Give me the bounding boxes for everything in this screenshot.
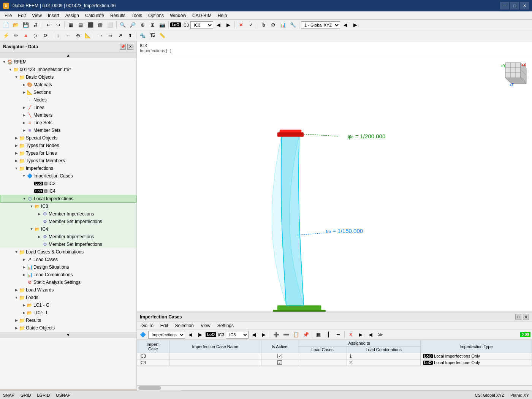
types-members-arrow[interactable]: ▶ (14, 158, 19, 163)
menu-calculate[interactable]: Calculate (82, 12, 107, 19)
bp-pin-button[interactable]: □ (515, 314, 521, 320)
types-nodes-arrow[interactable]: ▶ (14, 143, 19, 148)
bp-tb-paste[interactable]: 📌 (301, 331, 310, 339)
td-ic3-active[interactable] (261, 353, 298, 359)
tree-ic3-sub[interactable]: ▼ 📂 IC3 (0, 203, 136, 210)
menu-results[interactable]: Results (107, 12, 128, 19)
member-set-imp-2-arrow[interactable]: ▶ (36, 242, 42, 247)
imperfections-arrow[interactable]: ▼ (14, 166, 19, 171)
lc1-arrow[interactable]: ▶ (21, 302, 27, 308)
sections-arrow[interactable]: ▶ (21, 90, 27, 95)
nav-scroll-down[interactable]: ▼ (0, 332, 136, 338)
tree-materials[interactable]: ▶ 🎨 Materials (0, 81, 136, 89)
tree-types-members[interactable]: ▶ 📁 Types for Members (0, 157, 136, 165)
tree-ic4-case[interactable]: ▶ LoO ▪ IC4 (0, 187, 136, 195)
tb-zoomfit[interactable]: ⊕ (138, 21, 147, 29)
bp-tb-grid[interactable]: ▦ (314, 331, 323, 339)
bp-tb-row[interactable]: ━ (334, 331, 343, 339)
tree-load-cases[interactable]: ▶ ↗ Load Cases (0, 256, 136, 263)
bp-next-btn[interactable]: ▶ (196, 331, 205, 339)
bp-menu-view[interactable]: View (198, 322, 214, 329)
tree-sections[interactable]: ▶ 📐 Sections (0, 89, 136, 96)
bp-close-button[interactable]: ✕ (523, 314, 529, 320)
tb-c1[interactable]: 🖱 (259, 21, 268, 29)
tb2-16[interactable]: 📏 (158, 32, 167, 40)
tree-lc1[interactable]: ▶ 📂 LC1 - G (0, 301, 136, 309)
bp-ic3-dropdown[interactable]: IC3 (226, 331, 249, 339)
tree-member-set-imp-1[interactable]: ▶ ⚙ Member Set Imperfections (0, 218, 136, 225)
ic4-case-arrow[interactable]: ▶ (29, 188, 34, 194)
basic-objects-arrow[interactable]: ▼ (14, 74, 19, 80)
nodes-arrow[interactable]: ▶ (21, 97, 27, 103)
guide-objects-arrow[interactable]: ▶ (14, 325, 19, 331)
tree-types-nodes[interactable]: ▶ 📁 Types for Nodes (0, 142, 136, 149)
tree-design-situations[interactable]: ▶ 📊 Design Situations (0, 263, 136, 271)
load-wizards-arrow[interactable]: ▶ (14, 287, 19, 293)
tree-project[interactable]: ▼ 📁 001423_Imperfektion.rf6* (0, 66, 136, 73)
load-cases-comb-arrow[interactable]: ▼ (14, 249, 19, 255)
members-arrow[interactable]: ▶ (21, 112, 27, 118)
tree-load-combinations[interactable]: ▶ 📊 Load Combinations (0, 271, 136, 279)
titlebar-controls[interactable]: ─ □ ✕ (500, 2, 529, 10)
bp-ic3-prev[interactable]: ◀ (249, 331, 258, 339)
member-sets-arrow[interactable]: ▶ (21, 128, 27, 133)
menu-view[interactable]: View (29, 12, 45, 19)
bp-menu-goto[interactable]: Go To (138, 322, 157, 329)
ic4-checkbox[interactable] (277, 360, 282, 365)
menu-options[interactable]: Options (145, 12, 167, 19)
tb-ic3-dropdown[interactable]: IC3 (190, 21, 213, 29)
tb-new[interactable]: 📄 (2, 21, 11, 29)
menu-assign[interactable]: Assign (62, 12, 82, 19)
bp-tb-col[interactable]: ┃ (324, 331, 333, 339)
lc2-arrow[interactable]: ▶ (21, 310, 27, 315)
tb-del[interactable]: ✕ (236, 21, 245, 29)
member-imp-2-arrow[interactable]: ▶ (36, 234, 42, 239)
table-row[interactable]: IC4 2 LoO Local Imperfections Only (137, 359, 532, 366)
bp-imperfections-dropdown[interactable]: Imperfections (148, 331, 185, 339)
nav-header-controls[interactable]: 📌 ✕ (120, 44, 133, 50)
bp-tb-add[interactable]: ➕ (272, 331, 281, 339)
materials-arrow[interactable]: ▶ (21, 82, 27, 87)
tree-members[interactable]: ▶ ╲ Members (0, 111, 136, 119)
special-objects-arrow[interactable]: ▶ (14, 135, 19, 141)
tb-zoom[interactable]: 🔎 (128, 21, 137, 29)
local-imp-arrow[interactable]: ▼ (22, 196, 27, 201)
tree-rfem[interactable]: ▼ 🏠 RFEM (0, 58, 136, 66)
project-arrow[interactable]: ▼ (8, 67, 13, 72)
tree-static-analysis[interactable]: ▶ ⚙ Static Analysis Settings (0, 279, 136, 286)
tb-xyz-dropdown[interactable]: 1 - Global XYZ (301, 21, 340, 29)
bp-tb-icon[interactable]: 🔷 (138, 331, 147, 339)
bp-tb-del[interactable]: ✕ (346, 331, 355, 339)
menu-cad-bim[interactable]: CAD-BIM (189, 12, 215, 19)
tb-next[interactable]: ▶ (224, 21, 233, 29)
tree-load-cases-comb[interactable]: ▼ 📁 Load Cases & Combinations (0, 248, 136, 256)
member-imp-1-arrow[interactable]: ▶ (36, 211, 42, 217)
bp-tb-arrow-r[interactable]: ▶ (356, 331, 365, 339)
nav-close-button[interactable]: ✕ (127, 44, 133, 50)
tb2-6[interactable]: ↕ (54, 32, 63, 40)
tb-print[interactable]: 🖨 (31, 21, 40, 29)
imperfection-cases-arrow[interactable]: ▼ (21, 173, 27, 179)
tree-types-lines[interactable]: ▶ 📁 Types for Lines (0, 149, 136, 157)
tb2-4[interactable]: ▷ (31, 32, 40, 40)
menu-tools[interactable]: Tools (128, 12, 145, 19)
tree-ic3-case[interactable]: ▶ LoO ▪ IC3 (0, 180, 136, 187)
tb2-8[interactable]: ⊕ (73, 32, 82, 40)
menu-help[interactable]: Help (215, 12, 230, 19)
tb-check[interactable]: ✓ (246, 21, 255, 29)
bp-tb-arrow-l[interactable]: ◀ (366, 331, 375, 339)
tree-load-wizards[interactable]: ▶ 📁 Load Wizards (0, 286, 136, 294)
minimize-button[interactable]: ─ (500, 2, 509, 10)
design-sit-arrow[interactable]: ▶ (21, 264, 27, 270)
tree-member-imp-2[interactable]: ▶ ⚙ Member Imperfections (0, 233, 136, 241)
bp-header-controls[interactable]: □ ✕ (515, 314, 529, 320)
menu-file[interactable]: File (2, 12, 15, 19)
tb2-15[interactable]: 🏗 (148, 32, 157, 40)
tree-lc2[interactable]: ▶ 📂 LC2 - L (0, 309, 136, 317)
ic3-case-arrow[interactable]: ▶ (29, 181, 34, 186)
tb2-13[interactable]: ⬆ (125, 32, 135, 40)
load-comb-arrow[interactable]: ▶ (21, 272, 27, 277)
tb-b1[interactable]: ▦ (66, 21, 75, 29)
tb2-14[interactable]: 🔩 (138, 32, 147, 40)
tb2-3[interactable]: 🔺 (21, 32, 30, 40)
